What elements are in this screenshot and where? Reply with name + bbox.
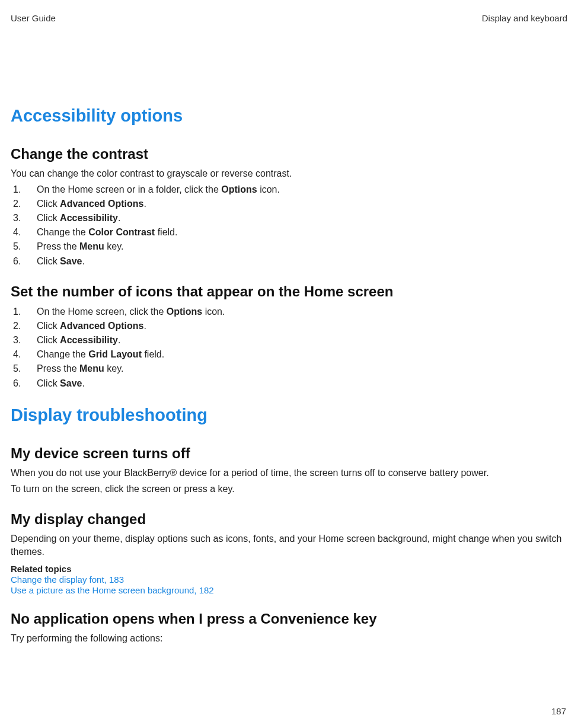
intro-text: You can change the color contrast to gra… <box>11 167 567 180</box>
body-text: Try performing the following actions: <box>11 632 567 645</box>
subsection-set-icons: Set the number of icons that appear on t… <box>11 283 567 390</box>
section-title-troubleshooting: Display troubleshooting <box>11 405 567 425</box>
step-item: Change the Color Contrast field. <box>11 225 567 239</box>
subsection-display-changed: My display changed Depending on your the… <box>11 511 567 595</box>
body-text: To turn on the screen, click the screen … <box>11 483 567 496</box>
step-item: Click Advanced Options. <box>11 319 567 333</box>
subsection-title: Change the contrast <box>11 146 567 162</box>
related-link[interactable]: Use a picture as the Home screen backgro… <box>11 585 567 595</box>
subsection-convenience-key: No application opens when I press a Conv… <box>11 611 567 645</box>
subsection-change-contrast: Change the contrast You can change the c… <box>11 146 567 268</box>
subsection-title: Set the number of icons that appear on t… <box>11 283 567 300</box>
steps-list: On the Home screen, click the Options ic… <box>11 305 567 390</box>
header-right: Display and keyboard <box>482 13 567 23</box>
subsection-title: My device screen turns off <box>11 445 567 462</box>
step-item: Click Advanced Options. <box>11 197 567 210</box>
related-topics-label: Related topics <box>11 564 567 574</box>
step-item: Click Accessibility. <box>11 333 567 347</box>
step-item: On the Home screen, click the Options ic… <box>11 305 567 318</box>
related-link[interactable]: Change the display font, 183 <box>11 574 567 585</box>
step-item: Press the Menu key. <box>11 362 567 375</box>
header-left: User Guide <box>11 13 56 23</box>
body-text: Depending on your theme, display options… <box>11 532 567 558</box>
step-item: Click Save. <box>11 376 567 390</box>
step-item: Click Accessibility. <box>11 211 567 225</box>
steps-list: On the Home screen or in a folder, click… <box>11 183 567 268</box>
step-item: Change the Grid Layout field. <box>11 347 567 361</box>
step-item: Click Save. <box>11 254 567 268</box>
page-header: User Guide Display and keyboard <box>11 13 567 23</box>
subsection-title: My display changed <box>11 511 567 528</box>
page-number: 187 <box>551 706 566 716</box>
step-item: On the Home screen or in a folder, click… <box>11 183 567 196</box>
section-title-accessibility: Accessibility options <box>11 106 567 126</box>
subsection-title: No application opens when I press a Conv… <box>11 611 567 627</box>
step-item: Press the Menu key. <box>11 240 567 253</box>
body-text: When you do not use your BlackBerry® dev… <box>11 467 567 480</box>
subsection-screen-off: My device screen turns off When you do n… <box>11 445 567 496</box>
